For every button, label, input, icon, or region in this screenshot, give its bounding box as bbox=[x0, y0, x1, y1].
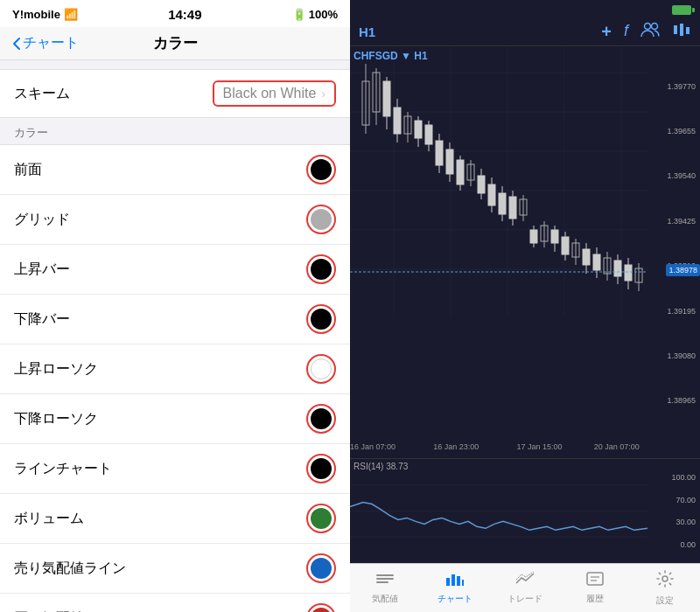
back-button[interactable]: チャート bbox=[12, 34, 79, 52]
color-row-down-candle[interactable]: 下降ローソク bbox=[0, 394, 350, 444]
color-label-bid-line: 買い気配値ライン bbox=[14, 609, 126, 613]
color-dot-down-candle bbox=[311, 408, 332, 429]
timeframe-label: H1 bbox=[359, 24, 375, 39]
svg-rect-49 bbox=[530, 230, 537, 243]
tab-history-label: 履歴 bbox=[586, 593, 604, 605]
wifi-icon: 📶 bbox=[64, 8, 78, 21]
current-price-badge: 1.38978 bbox=[666, 264, 700, 276]
color-row-ask-line[interactable]: 売り気配値ライン bbox=[0, 544, 350, 594]
color-label-up-bar: 上昇バー bbox=[14, 261, 70, 279]
svg-point-1 bbox=[652, 24, 658, 30]
color-dot-wrapper-grid[interactable] bbox=[306, 205, 336, 234]
color-dot-up-bar bbox=[311, 259, 332, 280]
date-tick-1: 16 Jan 07:00 bbox=[350, 442, 396, 451]
scheme-section: スキーム Black on White › bbox=[0, 69, 350, 118]
svg-rect-41 bbox=[488, 184, 495, 205]
scheme-row[interactable]: スキーム Black on White › bbox=[0, 70, 350, 117]
page-title: カラー bbox=[153, 33, 198, 53]
add-indicator-icon[interactable]: + bbox=[601, 22, 612, 42]
color-dot-wrapper-volume[interactable] bbox=[306, 504, 336, 533]
color-row-up-candle[interactable]: 上昇ローソク bbox=[0, 344, 350, 394]
settings-icon bbox=[655, 569, 675, 593]
tab-history[interactable]: 履歴 bbox=[560, 564, 630, 612]
svg-rect-23 bbox=[394, 108, 401, 134]
date-tick-2: 16 Jan 23:00 bbox=[433, 442, 479, 451]
tab-chart[interactable]: チャート bbox=[420, 564, 490, 612]
svg-rect-65 bbox=[614, 261, 621, 276]
color-section-header: カラー bbox=[0, 118, 350, 144]
color-dot-line-chart bbox=[311, 458, 332, 479]
svg-rect-55 bbox=[562, 237, 569, 254]
color-dot-wrapper-bid-line[interactable] bbox=[306, 603, 336, 612]
color-dot-volume bbox=[311, 508, 332, 529]
rsi-tick-1: 100.00 bbox=[649, 473, 698, 482]
tab-settings[interactable]: 設定 bbox=[630, 564, 700, 612]
price-tick-6: 1.39195 bbox=[649, 307, 698, 316]
people-icon[interactable] bbox=[640, 22, 660, 42]
date-axis: 16 Jan 07:00 16 Jan 23:00 17 Jan 15:00 2… bbox=[350, 441, 700, 458]
svg-rect-33 bbox=[446, 150, 453, 174]
color-row-up-bar[interactable]: 上昇バー bbox=[0, 245, 350, 295]
carrier-name: Y!mobile bbox=[12, 8, 60, 21]
color-dot-maemae bbox=[311, 159, 332, 180]
svg-rect-43 bbox=[499, 193, 506, 214]
scheme-value-box[interactable]: Black on White › bbox=[213, 80, 336, 107]
svg-rect-45 bbox=[509, 197, 516, 219]
color-dot-wrapper-ask-line[interactable] bbox=[306, 553, 336, 583]
svg-rect-21 bbox=[383, 81, 390, 116]
color-dot-wrapper-maemae[interactable] bbox=[306, 155, 336, 184]
svg-rect-31 bbox=[436, 141, 443, 165]
color-dot-wrapper-down-candle[interactable] bbox=[306, 404, 336, 434]
svg-rect-80 bbox=[462, 580, 464, 586]
color-dot-ask-line bbox=[311, 558, 332, 579]
color-row-line-chart[interactable]: ラインチャート bbox=[0, 444, 350, 494]
price-tick-7: 1.39080 bbox=[649, 351, 698, 360]
color-dot-bid-line bbox=[311, 608, 332, 612]
color-row-down-bar[interactable]: 下降バー bbox=[0, 295, 350, 344]
color-label-down-candle: 下降ローソク bbox=[14, 410, 98, 428]
color-row-maemae[interactable]: 前面 bbox=[0, 145, 350, 195]
color-label-grid: グリッド bbox=[14, 211, 70, 229]
carrier-info: Y!mobile 📶 bbox=[12, 8, 78, 21]
svg-point-0 bbox=[645, 24, 651, 30]
color-dot-wrapper-line-chart[interactable] bbox=[306, 454, 336, 483]
svg-rect-27 bbox=[415, 121, 422, 138]
svg-rect-3 bbox=[680, 24, 683, 36]
rsi-panel: RSI(14) 38.73 100.00 70.00 30.00 0.00 bbox=[350, 458, 700, 563]
tab-bar: 気配値 チャート トレード bbox=[350, 563, 700, 612]
svg-rect-59 bbox=[583, 249, 590, 265]
right-panel: H1 + f CHFSGD ▼ H1 bbox=[350, 0, 700, 612]
rsi-label: RSI(14) 38.73 bbox=[354, 462, 408, 471]
color-dot-wrapper-up-candle[interactable] bbox=[306, 354, 336, 384]
svg-rect-39 bbox=[478, 176, 485, 193]
chart-type-icon[interactable] bbox=[672, 22, 691, 42]
color-label-line-chart: ラインチャート bbox=[14, 460, 112, 478]
tab-chart-label: チャート bbox=[438, 593, 472, 605]
scheme-value: Black on White bbox=[223, 86, 317, 101]
battery-icon: 🔋 bbox=[292, 8, 306, 21]
price-axis: 1.39770 1.39655 1.39540 1.39425 1.39310 … bbox=[648, 46, 700, 441]
color-row-grid[interactable]: グリッド bbox=[0, 195, 350, 245]
back-label: チャート bbox=[23, 34, 79, 52]
tab-trade[interactable]: トレード bbox=[490, 564, 560, 612]
rsi-price-axis: 100.00 70.00 30.00 0.00 bbox=[648, 459, 700, 563]
quotes-icon bbox=[375, 571, 395, 591]
right-status-bar bbox=[350, 0, 700, 18]
tab-trade-label: トレード bbox=[508, 593, 542, 605]
svg-rect-74 bbox=[376, 574, 394, 576]
price-tick-4: 1.39425 bbox=[649, 217, 698, 226]
date-axis-row: 16 Jan 07:00 16 Jan 23:00 17 Jan 15:00 2… bbox=[350, 442, 648, 456]
color-row-bid-line[interactable]: 買い気配値ライン bbox=[0, 594, 350, 612]
svg-rect-76 bbox=[376, 581, 388, 583]
color-dot-wrapper-up-bar[interactable] bbox=[306, 254, 336, 284]
color-dot-wrapper-down-bar[interactable] bbox=[306, 304, 336, 334]
svg-rect-53 bbox=[551, 230, 558, 243]
formula-icon[interactable]: f bbox=[624, 22, 628, 42]
chevron-right-icon: › bbox=[321, 87, 326, 101]
date-tick-3: 17 Jan 15:00 bbox=[516, 442, 562, 451]
nav-bar: チャート カラー bbox=[0, 27, 350, 60]
battery-green-icon bbox=[672, 5, 691, 15]
tab-quotes[interactable]: 気配値 bbox=[350, 564, 420, 612]
color-row-volume[interactable]: ボリューム bbox=[0, 494, 350, 544]
color-label-maemae: 前面 bbox=[14, 161, 42, 179]
